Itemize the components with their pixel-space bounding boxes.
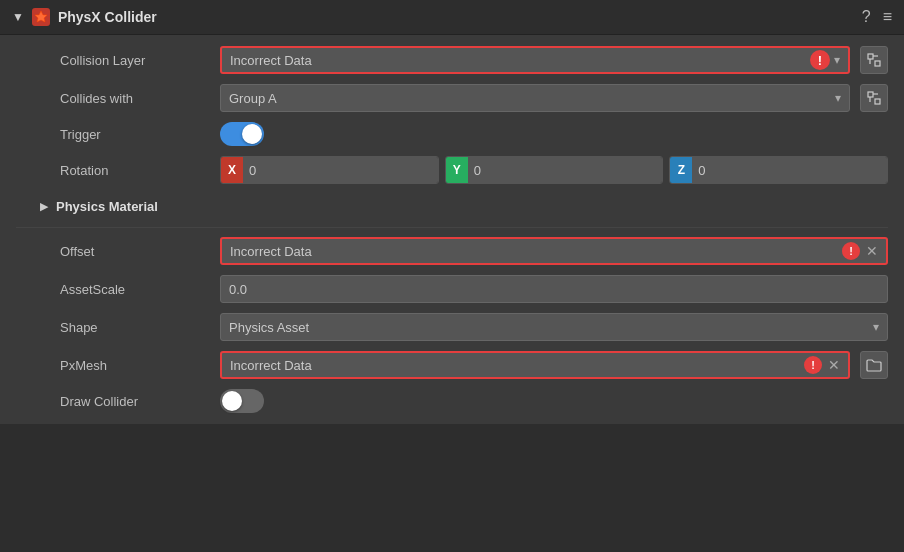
pxmesh-row: PxMesh Incorrect Data ! ✕ <box>0 346 904 384</box>
asset-scale-row: AssetScale <box>0 270 904 308</box>
pxmesh-value: Incorrect Data <box>230 358 798 373</box>
collision-layer-row: Collision Layer Incorrect Data ! ▾ <box>0 41 904 79</box>
rotation-label: Rotation <box>60 163 220 178</box>
panel-body: Collision Layer Incorrect Data ! ▾ <box>0 35 904 424</box>
collides-with-row: Collides with Group A ▾ <box>0 79 904 117</box>
collides-with-value: Group A <box>229 91 835 106</box>
svg-rect-4 <box>868 92 873 97</box>
collapse-arrow[interactable]: ▼ <box>12 10 24 24</box>
draw-collider-label: Draw Collider <box>60 394 220 409</box>
help-icon[interactable]: ? <box>862 8 871 26</box>
panel-icon <box>32 8 50 26</box>
offset-row: Offset Incorrect Data ! ✕ <box>0 232 904 270</box>
svg-rect-5 <box>875 99 880 104</box>
trigger-toggle-thumb <box>242 124 262 144</box>
physics-material-arrow: ▶ <box>40 200 56 213</box>
asset-scale-content <box>220 275 888 303</box>
rotation-x-label: X <box>221 157 243 183</box>
collides-with-expand[interactable] <box>860 84 888 112</box>
physx-collider-panel: ▼ PhysX Collider ? ≡ Collision Layer Inc… <box>0 0 904 424</box>
physics-material-label: Physics Material <box>56 199 216 214</box>
rotation-xyz: X Y Z <box>220 156 888 184</box>
collision-layer-value: Incorrect Data <box>230 53 810 68</box>
asset-scale-input[interactable] <box>220 275 888 303</box>
collision-layer-expand[interactable] <box>860 46 888 74</box>
pxmesh-content: Incorrect Data ! ✕ <box>220 351 888 379</box>
collision-layer-arrow: ▾ <box>834 53 840 67</box>
collision-layer-label: Collision Layer <box>60 53 220 68</box>
pxmesh-error-icon: ! <box>804 356 822 374</box>
collision-layer-error-icon: ! <box>810 50 830 70</box>
draw-collider-toggle-thumb <box>222 391 242 411</box>
trigger-row: Trigger <box>0 117 904 151</box>
shape-content: Physics Asset ▾ <box>220 313 888 341</box>
physics-material-section[interactable]: ▶ Physics Material <box>0 189 904 223</box>
collides-with-arrow: ▾ <box>835 91 841 105</box>
pxmesh-label: PxMesh <box>60 358 220 373</box>
shape-row: Shape Physics Asset ▾ <box>0 308 904 346</box>
draw-collider-toggle[interactable] <box>220 389 264 413</box>
collides-with-content: Group A ▾ <box>220 84 888 112</box>
draw-collider-content <box>220 389 888 413</box>
offset-value: Incorrect Data <box>230 244 836 259</box>
trigger-label: Trigger <box>60 127 220 142</box>
offset-label: Offset <box>60 244 220 259</box>
trigger-content <box>220 122 888 146</box>
rotation-row: Rotation X Y Z <box>0 151 904 189</box>
rotation-y-input[interactable] <box>468 157 663 183</box>
shape-dropdown[interactable]: Physics Asset ▾ <box>220 313 888 341</box>
pxmesh-folder-btn[interactable] <box>860 351 888 379</box>
collides-with-label: Collides with <box>60 91 220 106</box>
divider-1 <box>16 227 888 228</box>
pxmesh-close-btn[interactable]: ✕ <box>828 357 840 373</box>
rotation-z-wrap: Z <box>669 156 888 184</box>
collision-layer-content: Incorrect Data ! ▾ <box>220 46 888 74</box>
shape-value: Physics Asset <box>229 320 873 335</box>
offset-content: Incorrect Data ! ✕ <box>220 237 888 265</box>
draw-collider-row: Draw Collider <box>0 384 904 418</box>
shape-arrow: ▾ <box>873 320 879 334</box>
rotation-x-wrap: X <box>220 156 439 184</box>
collides-with-dropdown[interactable]: Group A ▾ <box>220 84 850 112</box>
collision-layer-dropdown[interactable]: Incorrect Data ! ▾ <box>220 46 850 74</box>
panel-title: PhysX Collider <box>58 9 854 25</box>
rotation-x-input[interactable] <box>243 157 438 183</box>
offset-error-icon: ! <box>842 242 860 260</box>
trigger-toggle[interactable] <box>220 122 264 146</box>
offset-close-btn[interactable]: ✕ <box>866 243 878 259</box>
shape-label: Shape <box>60 320 220 335</box>
header-icons: ? ≡ <box>862 8 892 26</box>
rotation-z-label: Z <box>670 157 692 183</box>
rotation-z-input[interactable] <box>692 157 887 183</box>
rotation-content: X Y Z <box>220 156 888 184</box>
svg-rect-1 <box>875 61 880 66</box>
panel-header: ▼ PhysX Collider ? ≡ <box>0 0 904 35</box>
svg-rect-0 <box>868 54 873 59</box>
rotation-y-wrap: Y <box>445 156 664 184</box>
offset-field[interactable]: Incorrect Data ! ✕ <box>220 237 888 265</box>
asset-scale-label: AssetScale <box>60 282 220 297</box>
rotation-y-label: Y <box>446 157 468 183</box>
pxmesh-field[interactable]: Incorrect Data ! ✕ <box>220 351 850 379</box>
menu-icon[interactable]: ≡ <box>883 8 892 26</box>
